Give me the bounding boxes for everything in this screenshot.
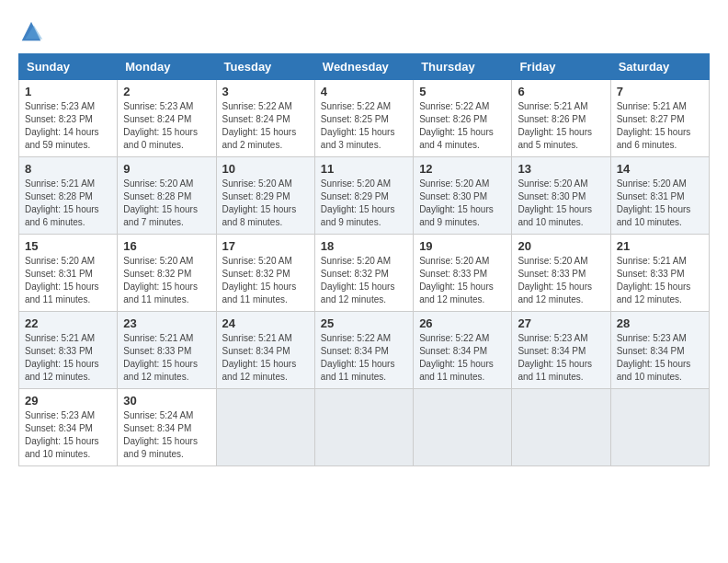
day-number: 26 (419, 316, 506, 330)
day-number: 30 (123, 394, 210, 408)
table-cell: 3Sunrise: 5:22 AMSunset: 8:24 PMDaylight… (216, 80, 314, 157)
day-content: Sunrise: 5:20 AMSunset: 8:33 PMDaylight:… (419, 255, 506, 306)
day-number: 27 (518, 316, 604, 330)
table-cell: 2Sunrise: 5:23 AMSunset: 8:24 PMDaylight… (118, 80, 216, 157)
col-tuesday: Tuesday (216, 54, 314, 80)
calendar: Sunday Monday Tuesday Wednesday Thursday… (18, 53, 710, 466)
table-cell: 18Sunrise: 5:20 AMSunset: 8:32 PMDayligh… (314, 235, 413, 312)
day-number: 15 (25, 239, 111, 253)
table-cell: 19Sunrise: 5:20 AMSunset: 8:33 PMDayligh… (414, 235, 512, 312)
day-content: Sunrise: 5:20 AMSunset: 8:32 PMDaylight:… (123, 255, 210, 306)
day-content: Sunrise: 5:20 AMSunset: 8:28 PMDaylight:… (123, 178, 210, 229)
table-cell: 1Sunrise: 5:23 AMSunset: 8:23 PMDaylight… (19, 80, 118, 157)
table-cell: 4Sunrise: 5:22 AMSunset: 8:25 PMDaylight… (314, 80, 413, 157)
day-content: Sunrise: 5:20 AMSunset: 8:33 PMDaylight:… (518, 255, 604, 306)
table-cell: 11Sunrise: 5:20 AMSunset: 8:29 PMDayligh… (314, 157, 413, 235)
table-cell: 7Sunrise: 5:21 AMSunset: 8:27 PMDaylight… (610, 80, 709, 157)
table-cell: 29Sunrise: 5:23 AMSunset: 8:34 PMDayligh… (19, 389, 118, 466)
day-content: Sunrise: 5:22 AMSunset: 8:34 PMDaylight:… (419, 332, 506, 384)
day-number: 7 (617, 85, 703, 98)
table-cell (314, 389, 413, 466)
table-cell: 6Sunrise: 5:21 AMSunset: 8:26 PMDaylight… (512, 80, 610, 157)
col-wednesday: Wednesday (314, 54, 413, 80)
day-content: Sunrise: 5:21 AMSunset: 8:26 PMDaylight:… (518, 100, 604, 152)
day-content: Sunrise: 5:20 AMSunset: 8:30 PMDaylight:… (518, 178, 604, 229)
table-cell: 13Sunrise: 5:20 AMSunset: 8:30 PMDayligh… (512, 157, 610, 235)
day-number: 20 (518, 239, 604, 253)
day-number: 18 (321, 239, 407, 253)
day-number: 14 (617, 162, 703, 176)
col-saturday: Saturday (610, 54, 709, 80)
day-content: Sunrise: 5:21 AMSunset: 8:34 PMDaylight:… (222, 332, 309, 384)
table-cell: 30Sunrise: 5:24 AMSunset: 8:34 PMDayligh… (118, 389, 216, 466)
table-cell: 23Sunrise: 5:21 AMSunset: 8:33 PMDayligh… (118, 312, 216, 389)
day-content: Sunrise: 5:20 AMSunset: 8:29 PMDaylight:… (222, 178, 309, 229)
day-number: 8 (25, 162, 111, 176)
table-cell: 10Sunrise: 5:20 AMSunset: 8:29 PMDayligh… (216, 157, 314, 235)
logo-icon (18, 18, 44, 44)
table-cell: 17Sunrise: 5:20 AMSunset: 8:32 PMDayligh… (216, 235, 314, 312)
day-number: 5 (419, 85, 506, 98)
table-cell: 14Sunrise: 5:20 AMSunset: 8:31 PMDayligh… (610, 157, 709, 235)
day-number: 24 (222, 316, 309, 330)
day-content: Sunrise: 5:23 AMSunset: 8:34 PMDaylight:… (617, 332, 703, 384)
day-number: 1 (25, 85, 111, 98)
day-number: 25 (321, 316, 407, 330)
table-cell (610, 389, 709, 466)
table-cell (512, 389, 610, 466)
day-content: Sunrise: 5:23 AMSunset: 8:23 PMDaylight:… (25, 100, 111, 152)
day-number: 9 (123, 162, 210, 176)
day-content: Sunrise: 5:20 AMSunset: 8:32 PMDaylight:… (222, 255, 309, 306)
day-content: Sunrise: 5:20 AMSunset: 8:30 PMDaylight:… (419, 178, 506, 229)
table-cell: 16Sunrise: 5:20 AMSunset: 8:32 PMDayligh… (118, 235, 216, 312)
col-friday: Friday (512, 54, 610, 80)
day-number: 2 (123, 85, 210, 98)
day-number: 29 (25, 394, 111, 408)
day-content: Sunrise: 5:22 AMSunset: 8:24 PMDaylight:… (222, 100, 309, 152)
day-number: 16 (123, 239, 210, 253)
day-content: Sunrise: 5:23 AMSunset: 8:34 PMDaylight:… (25, 409, 111, 461)
table-cell: 26Sunrise: 5:22 AMSunset: 8:34 PMDayligh… (414, 312, 512, 389)
table-cell: 9Sunrise: 5:20 AMSunset: 8:28 PMDaylight… (118, 157, 216, 235)
day-number: 10 (222, 162, 309, 176)
col-monday: Monday (118, 54, 216, 80)
day-number: 11 (321, 162, 407, 176)
day-number: 12 (419, 162, 506, 176)
day-number: 22 (25, 316, 111, 330)
day-content: Sunrise: 5:24 AMSunset: 8:34 PMDaylight:… (123, 409, 210, 461)
table-cell (414, 389, 512, 466)
col-sunday: Sunday (19, 54, 118, 80)
day-content: Sunrise: 5:21 AMSunset: 8:33 PMDaylight:… (617, 255, 703, 306)
day-number: 19 (419, 239, 506, 253)
day-content: Sunrise: 5:20 AMSunset: 8:29 PMDaylight:… (321, 178, 407, 229)
header-area (18, 18, 710, 44)
day-number: 3 (222, 85, 309, 98)
day-content: Sunrise: 5:23 AMSunset: 8:24 PMDaylight:… (123, 100, 210, 152)
day-number: 6 (518, 85, 604, 98)
day-number: 13 (518, 162, 604, 176)
table-cell: 28Sunrise: 5:23 AMSunset: 8:34 PMDayligh… (610, 312, 709, 389)
table-cell: 22Sunrise: 5:21 AMSunset: 8:33 PMDayligh… (19, 312, 118, 389)
table-cell (216, 389, 314, 466)
day-content: Sunrise: 5:21 AMSunset: 8:33 PMDaylight:… (25, 332, 111, 384)
table-cell: 20Sunrise: 5:20 AMSunset: 8:33 PMDayligh… (512, 235, 610, 312)
day-content: Sunrise: 5:20 AMSunset: 8:32 PMDaylight:… (321, 255, 407, 306)
day-content: Sunrise: 5:23 AMSunset: 8:34 PMDaylight:… (518, 332, 604, 384)
day-content: Sunrise: 5:22 AMSunset: 8:25 PMDaylight:… (321, 100, 407, 152)
day-number: 21 (617, 239, 703, 253)
logo (18, 18, 48, 44)
day-content: Sunrise: 5:21 AMSunset: 8:28 PMDaylight:… (25, 178, 111, 229)
table-cell: 24Sunrise: 5:21 AMSunset: 8:34 PMDayligh… (216, 312, 314, 389)
table-cell: 8Sunrise: 5:21 AMSunset: 8:28 PMDaylight… (19, 157, 118, 235)
day-content: Sunrise: 5:21 AMSunset: 8:27 PMDaylight:… (617, 100, 703, 152)
table-cell: 25Sunrise: 5:22 AMSunset: 8:34 PMDayligh… (314, 312, 413, 389)
day-content: Sunrise: 5:22 AMSunset: 8:34 PMDaylight:… (321, 332, 407, 384)
day-number: 28 (617, 316, 703, 330)
day-number: 23 (123, 316, 210, 330)
day-content: Sunrise: 5:22 AMSunset: 8:26 PMDaylight:… (419, 100, 506, 152)
col-thursday: Thursday (414, 54, 512, 80)
table-cell: 27Sunrise: 5:23 AMSunset: 8:34 PMDayligh… (512, 312, 610, 389)
table-cell: 15Sunrise: 5:20 AMSunset: 8:31 PMDayligh… (19, 235, 118, 312)
table-cell: 5Sunrise: 5:22 AMSunset: 8:26 PMDaylight… (414, 80, 512, 157)
day-number: 17 (222, 239, 309, 253)
